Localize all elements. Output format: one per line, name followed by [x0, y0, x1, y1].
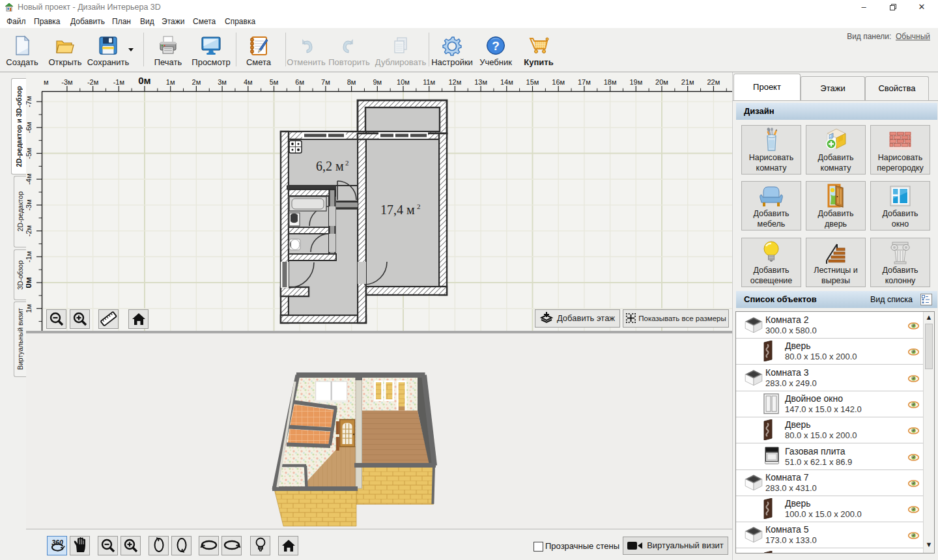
svg-text:17,4 м: 17,4 м	[380, 203, 415, 217]
svg-text:2: 2	[345, 159, 349, 167]
svg-text:6,2 м: 6,2 м	[316, 159, 344, 173]
svg-text:2: 2	[417, 203, 421, 210]
svg-text:?: ?	[492, 39, 500, 53]
